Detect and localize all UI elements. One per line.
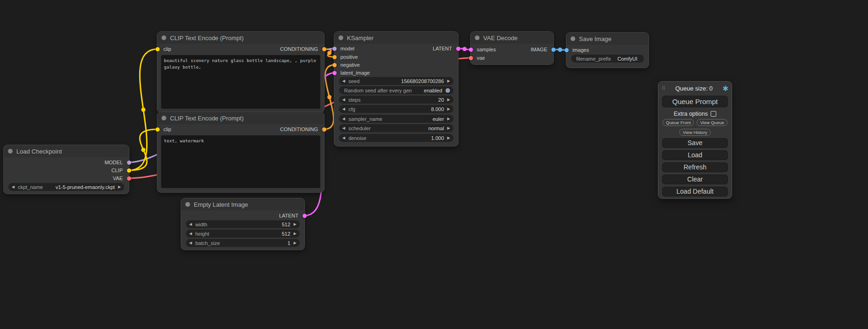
- conditioning-output-slot[interactable]: CONDITIONING: [280, 126, 324, 133]
- save-button[interactable]: Save: [662, 138, 728, 148]
- node-title-bar[interactable]: KSampler: [334, 32, 458, 44]
- vae-input-slot[interactable]: vae: [471, 54, 485, 62]
- image-output-slot[interactable]: IMAGE: [531, 46, 553, 53]
- load-default-button[interactable]: Load Default: [662, 187, 728, 196]
- collapse-dot-icon[interactable]: [162, 116, 166, 120]
- image-slot-dot-icon[interactable]: [551, 48, 556, 52]
- collapse-dot-icon[interactable]: [162, 35, 166, 40]
- clip-slot-dot-icon[interactable]: [127, 168, 131, 173]
- collapse-dot-icon[interactable]: [571, 36, 575, 41]
- collapse-dot-icon[interactable]: [475, 35, 480, 40]
- settings-gear-icon[interactable]: [722, 85, 728, 92]
- latent-slot-dot-icon[interactable]: [303, 214, 307, 218]
- increment-arrow-icon[interactable]: [447, 77, 450, 85]
- steps-widget[interactable]: steps 20: [339, 96, 453, 104]
- width-widget[interactable]: width 512: [186, 220, 300, 228]
- node-title-bar[interactable]: VAE Decode: [471, 32, 553, 44]
- extra-options-checkbox[interactable]: [711, 111, 716, 117]
- node-save-image[interactable]: Save Image images filename_prefix ComfyU…: [566, 33, 649, 68]
- denoise-widget[interactable]: denoise 1.000: [339, 134, 453, 142]
- conditioning-slot-dot-icon[interactable]: [322, 47, 326, 51]
- random-seed-toggle[interactable]: Random seed after every gen enabled: [339, 86, 453, 94]
- image-slot-dot-icon[interactable]: [565, 48, 569, 52]
- positive-prompt-textarea[interactable]: beautiful scenery nature glass bottle la…: [161, 55, 320, 109]
- decrement-arrow-icon[interactable]: [342, 96, 345, 104]
- latent-image-input-slot[interactable]: latent_image: [334, 69, 370, 77]
- decrement-arrow-icon[interactable]: [189, 220, 192, 228]
- negative-input-slot[interactable]: negative: [334, 61, 360, 69]
- increment-arrow-icon[interactable]: [447, 115, 450, 123]
- collapse-dot-icon[interactable]: [185, 202, 190, 207]
- decrement-arrow-icon[interactable]: [342, 105, 345, 113]
- model-input-slot[interactable]: model: [334, 45, 354, 52]
- seed-widget[interactable]: seed 156680208700286: [339, 77, 453, 85]
- load-button[interactable]: Load: [662, 150, 728, 160]
- decrement-arrow-icon[interactable]: [342, 77, 345, 85]
- conditioning-slot-dot-icon[interactable]: [332, 63, 337, 67]
- vae-slot-dot-icon[interactable]: [127, 176, 131, 181]
- decrement-arrow-icon[interactable]: [342, 124, 345, 132]
- clip-slot-dot-icon[interactable]: [155, 127, 160, 132]
- node-title-bar[interactable]: Empty Latent Image: [181, 198, 304, 210]
- increment-arrow-icon[interactable]: [447, 124, 450, 132]
- node-title-bar[interactable]: CLIP Text Encode (Prompt): [157, 112, 324, 124]
- ckpt-name-widget[interactable]: ckpt_name v1-5-pruned-emaonly.ckpt: [8, 183, 124, 191]
- queue-prompt-button[interactable]: Queue Prompt: [662, 96, 728, 107]
- node-empty-latent-image[interactable]: Empty Latent Image LATENT width 512 heig…: [181, 198, 304, 250]
- node-title-bar[interactable]: Save Image: [566, 33, 649, 45]
- decrement-arrow-icon[interactable]: [189, 239, 192, 247]
- node-title-bar[interactable]: Load Checkpoint: [4, 145, 129, 157]
- node-clip-text-encode-positive[interactable]: CLIP Text Encode (Prompt) clip CONDITION…: [157, 32, 324, 112]
- node-load-checkpoint[interactable]: Load Checkpoint MODEL CLIP VAE ckpt_name…: [4, 145, 129, 194]
- decrement-arrow-icon[interactable]: [189, 230, 192, 238]
- drag-handle-icon[interactable]: [662, 85, 665, 91]
- cfg-widget[interactable]: cfg 8.000: [339, 105, 453, 113]
- toggle-dot-icon[interactable]: [445, 88, 450, 93]
- batch-size-widget[interactable]: batch_size 1: [186, 239, 300, 247]
- vae-slot-dot-icon[interactable]: [469, 56, 473, 60]
- sampler-name-widget[interactable]: sampler_name euler: [339, 115, 453, 123]
- node-title-bar[interactable]: CLIP Text Encode (Prompt): [157, 32, 324, 44]
- model-slot-dot-icon[interactable]: [127, 161, 131, 165]
- increment-arrow-icon[interactable]: [447, 105, 450, 113]
- node-vae-decode[interactable]: VAE Decode samples IMAGE vae: [471, 32, 553, 64]
- collapse-dot-icon[interactable]: [8, 149, 13, 154]
- clip-slot-dot-icon[interactable]: [155, 47, 160, 51]
- decrement-arrow-icon[interactable]: [12, 183, 14, 191]
- latent-slot-dot-icon[interactable]: [456, 47, 460, 51]
- decrement-arrow-icon[interactable]: [342, 134, 345, 142]
- refresh-button[interactable]: Refresh: [662, 162, 728, 172]
- increment-arrow-icon[interactable]: [447, 96, 450, 104]
- increment-arrow-icon[interactable]: [294, 230, 296, 238]
- negative-prompt-textarea[interactable]: text, watermark: [161, 135, 320, 188]
- collapse-dot-icon[interactable]: [339, 35, 343, 40]
- view-history-button[interactable]: View History: [679, 129, 711, 136]
- samples-input-slot[interactable]: samples: [471, 46, 496, 53]
- conditioning-slot-dot-icon[interactable]: [332, 55, 337, 59]
- conditioning-slot-dot-icon[interactable]: [322, 127, 326, 132]
- latent-slot-dot-icon[interactable]: [332, 71, 337, 75]
- model-slot-dot-icon[interactable]: [332, 47, 337, 51]
- height-widget[interactable]: height 512: [186, 230, 300, 238]
- increment-arrow-icon[interactable]: [118, 183, 121, 191]
- latent-output-slot[interactable]: LATENT: [433, 45, 458, 52]
- scheduler-widget[interactable]: scheduler normal: [339, 124, 453, 132]
- model-output-slot[interactable]: MODEL: [105, 159, 129, 166]
- queue-front-button[interactable]: Queue Front: [663, 119, 694, 126]
- latent-slot-dot-icon[interactable]: [469, 48, 473, 52]
- images-input-slot[interactable]: images: [566, 46, 589, 54]
- node-clip-text-encode-negative[interactable]: CLIP Text Encode (Prompt) clip CONDITION…: [157, 112, 324, 192]
- node-ksampler[interactable]: KSampler model LATENT positive negative …: [334, 32, 458, 146]
- vae-output-slot[interactable]: VAE: [113, 175, 129, 182]
- increment-arrow-icon[interactable]: [294, 220, 296, 228]
- clip-input-slot[interactable]: clip: [157, 45, 171, 53]
- positive-input-slot[interactable]: positive: [334, 53, 358, 61]
- latent-output-slot[interactable]: LATENT: [279, 212, 304, 219]
- increment-arrow-icon[interactable]: [294, 239, 296, 247]
- clip-output-slot[interactable]: CLIP: [112, 167, 129, 174]
- clip-input-slot[interactable]: clip: [157, 126, 171, 133]
- increment-arrow-icon[interactable]: [447, 134, 450, 142]
- conditioning-output-slot[interactable]: CONDITIONING: [280, 45, 324, 53]
- decrement-arrow-icon[interactable]: [342, 115, 345, 123]
- filename-prefix-widget[interactable]: filename_prefix ComfyUI: [571, 55, 644, 63]
